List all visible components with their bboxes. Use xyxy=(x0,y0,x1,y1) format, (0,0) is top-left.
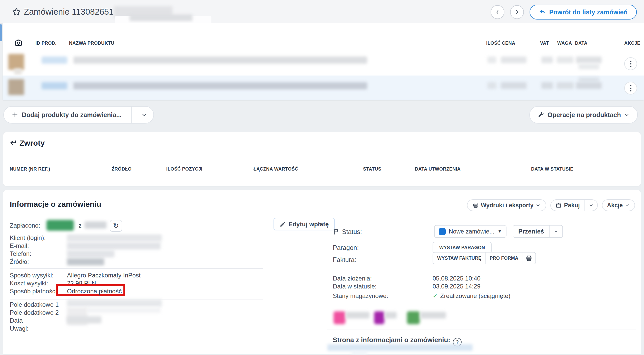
blurred-weight xyxy=(557,82,573,89)
flag-icon xyxy=(333,228,340,235)
chevron-down-icon xyxy=(553,229,559,234)
blurred-product-name xyxy=(73,82,367,89)
blurred-date xyxy=(576,57,602,63)
back-to-orders-button[interactable]: Powrót do listy zamówień xyxy=(530,5,637,20)
col-ilosc[interactable]: ILOŚĆ xyxy=(486,41,501,46)
blurred-price xyxy=(501,82,526,89)
divider xyxy=(10,268,263,269)
blurred-customer-source xyxy=(67,258,104,265)
add-products-label: Dodaj produkty do zamówienia... xyxy=(22,111,122,119)
blurred-tab-text xyxy=(130,14,192,21)
paid-label: Zapłacono: xyxy=(10,222,40,229)
prints-exports-label: Wydruki i eksporty xyxy=(481,202,533,209)
blurred-extra-date xyxy=(67,316,101,323)
status-select[interactable]: Nowe zamówie... ▼ xyxy=(434,225,506,238)
receipt-label: Paragon: xyxy=(333,244,359,251)
returns-col-status: STATUS xyxy=(363,166,381,172)
issue-invoice-button[interactable]: WYSTAW FAKTURĘ xyxy=(433,256,485,261)
next-order-button[interactable] xyxy=(510,5,524,19)
blurred-customer-phone xyxy=(67,250,114,257)
edit-payment-label: Edytuj wpłatę xyxy=(288,221,329,228)
add-products-button[interactable]: Dodaj produkty do zamówienia... xyxy=(3,106,154,124)
blurred-thumb-sub xyxy=(14,68,22,74)
refresh-payment-button[interactable]: ↻ xyxy=(110,220,122,232)
printer-icon xyxy=(473,202,479,208)
blurred-tag-magenta xyxy=(374,311,384,324)
product-thumbnail[interactable] xyxy=(8,79,24,95)
invoice-label: Faktura: xyxy=(333,256,356,264)
col-id-prod[interactable]: ID PROD. xyxy=(35,41,56,46)
returns-col-data-w-statusie: DATA W STATUSIE xyxy=(531,166,573,172)
blurred-date-2 xyxy=(579,64,599,69)
col-nazwa-produktu[interactable]: NAZWA PRODUKTU xyxy=(69,41,114,46)
chevron-down-icon xyxy=(141,112,147,118)
blurred-customer-login xyxy=(67,234,162,241)
col-akcje[interactable]: AKCJE xyxy=(624,41,640,46)
paid-of-label: z xyxy=(79,222,82,229)
status-date-value: 03.09.2025 14:29 xyxy=(433,283,481,290)
col-cena[interactable]: CENA xyxy=(502,41,515,46)
prev-order-button[interactable] xyxy=(491,5,504,19)
proforma-button[interactable]: PRO FORMA xyxy=(486,256,522,261)
pack-split-button: Pakuj xyxy=(550,199,598,211)
blurred-tag-pink xyxy=(334,311,345,324)
customer-source-label: Źródło: xyxy=(10,258,29,265)
blurred-extra-field1b xyxy=(87,307,160,313)
returns-card xyxy=(3,132,641,186)
status-date-label: Data w statusie: xyxy=(333,283,377,290)
blurred-product-id xyxy=(42,82,67,89)
check-icon: ✓ xyxy=(433,292,438,300)
col-data[interactable]: DATA xyxy=(575,41,588,46)
pack-dropdown[interactable] xyxy=(585,203,597,208)
col-waga[interactable]: WAGA xyxy=(557,41,572,46)
shipping-method-value: Allegro Paczkomaty InPost xyxy=(67,272,141,279)
camera-icon xyxy=(14,39,23,47)
select-caret-icon: ▼ xyxy=(497,229,502,234)
extra-field1-label: Pole dodatkowe 1 xyxy=(10,301,59,308)
move-status-dropdown[interactable] xyxy=(550,229,562,234)
col-vat[interactable]: VAT xyxy=(540,41,549,46)
row-actions-button[interactable] xyxy=(624,57,637,70)
print-invoice-button[interactable] xyxy=(522,255,535,261)
invoice-button-group: WYSTAW FAKTURĘ PRO FORMA xyxy=(433,252,536,264)
returns-col-ilosc-pozycji: ILOŚĆ POZYCJI xyxy=(166,166,202,172)
pack-button[interactable]: Pakuj xyxy=(551,202,584,209)
table-row[interactable] xyxy=(3,51,644,76)
row-actions-button[interactable] xyxy=(624,82,637,95)
product-operations-button[interactable]: Operacje na produktach xyxy=(529,106,638,124)
right-column-divider xyxy=(327,330,636,330)
blurred-order-page-link[interactable] xyxy=(327,344,473,351)
payment-method-value: Odroczona płatność xyxy=(67,288,122,295)
printer-icon xyxy=(526,255,532,261)
table-row[interactable] xyxy=(3,76,644,100)
actions-button[interactable]: Akcje xyxy=(602,199,635,211)
blurred-date-top xyxy=(579,77,599,82)
chevron-down-icon xyxy=(624,112,630,118)
chevron-down-icon xyxy=(589,203,594,208)
order-info-page-text: Strona z informacjami o zamówieniu: xyxy=(333,336,450,344)
pencil-icon xyxy=(280,221,286,227)
reply-arrow-icon xyxy=(539,8,546,16)
divider xyxy=(10,233,263,233)
back-to-orders-label: Powrót do listy zamówień xyxy=(549,8,628,16)
edit-payment-button[interactable]: Edytuj wpłatę xyxy=(274,218,335,230)
return-arrow-icon xyxy=(9,139,17,147)
add-products-dropdown[interactable] xyxy=(135,112,153,118)
move-status-button[interactable]: Przenieś xyxy=(513,228,549,235)
order-info-title: Informacje o zamówieniu xyxy=(10,200,101,209)
add-products-main[interactable]: Dodaj produkty do zamówienia... xyxy=(4,111,128,119)
extra-date-label: Data xyxy=(10,317,23,324)
returns-title: Zwroty xyxy=(19,139,45,147)
status-select-value: Nowe zamówie... xyxy=(449,228,494,235)
blurred-date xyxy=(576,82,602,89)
product-operations-label: Operacje na produktach xyxy=(548,111,621,119)
product-thumbnail[interactable] xyxy=(8,54,24,70)
blurred-price xyxy=(501,57,526,63)
customer-email-label: E-mail: xyxy=(10,242,29,249)
status-label: Status: xyxy=(342,228,362,236)
chevron-down-icon xyxy=(535,203,541,208)
favorite-star-icon[interactable] xyxy=(12,7,21,16)
prints-exports-button[interactable]: Wydruki i eksporty xyxy=(467,199,546,211)
chevron-down-icon xyxy=(625,203,630,208)
left-scroll-accent[interactable] xyxy=(0,24,2,41)
